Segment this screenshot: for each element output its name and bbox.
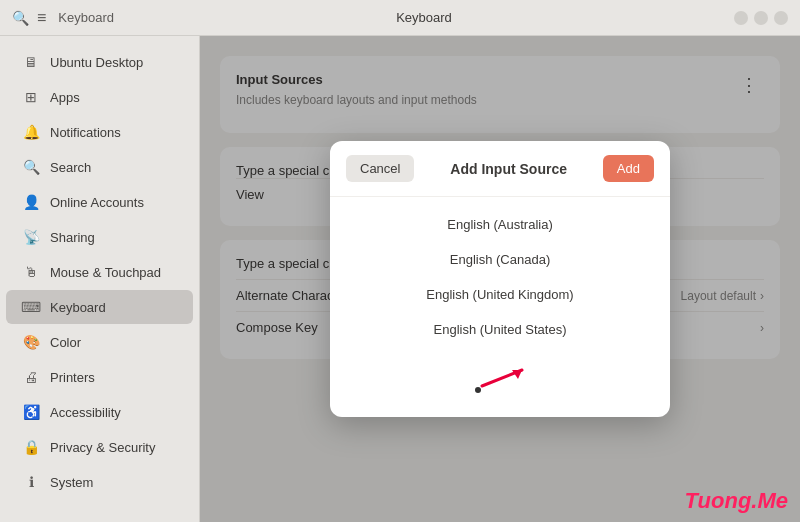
- sidebar-item-color[interactable]: 🎨 Color: [6, 325, 193, 359]
- sidebar-item-label: Accessibility: [50, 405, 121, 420]
- window-title: Keyboard: [114, 10, 734, 25]
- keyboard-icon: ⌨: [22, 298, 40, 316]
- dialog-header: Cancel Add Input Source Add: [330, 141, 670, 197]
- sidebar-item-keyboard[interactable]: ⌨ Keyboard: [6, 290, 193, 324]
- sidebar-item-label: System: [50, 475, 93, 490]
- arrow-indicator: [460, 362, 540, 412]
- main-layout: 🖥 Ubuntu Desktop ⊞ Apps 🔔 Notifications …: [0, 36, 800, 522]
- sidebar-item-sharing[interactable]: 📡 Sharing: [6, 220, 193, 254]
- system-icon: ℹ: [22, 473, 40, 491]
- close-button[interactable]: ✕: [774, 11, 788, 25]
- sidebar-item-label: Apps: [50, 90, 80, 105]
- sidebar-item-privacy-security[interactable]: 🔒 Privacy & Security: [6, 430, 193, 464]
- window-controls: ─ □ ✕: [734, 11, 788, 25]
- sidebar-item-label: Ubuntu Desktop: [50, 55, 143, 70]
- accessibility-icon: ♿: [22, 403, 40, 421]
- notifications-icon: 🔔: [22, 123, 40, 141]
- printers-icon: 🖨: [22, 368, 40, 386]
- dialog-title: Add Input Source: [450, 161, 567, 177]
- color-icon: 🎨: [22, 333, 40, 351]
- dialog-add-button[interactable]: Add: [603, 155, 654, 182]
- titlebar-app-label: Keyboard: [58, 10, 114, 25]
- search-sidebar-icon: 🔍: [22, 158, 40, 176]
- list-item[interactable]: English (United States): [330, 312, 670, 347]
- list-item[interactable]: English (Canada): [330, 242, 670, 277]
- sidebar-item-notifications[interactable]: 🔔 Notifications: [6, 115, 193, 149]
- sidebar: 🖥 Ubuntu Desktop ⊞ Apps 🔔 Notifications …: [0, 36, 200, 522]
- sidebar-item-label: Mouse & Touchpad: [50, 265, 161, 280]
- privacy-icon: 🔒: [22, 438, 40, 456]
- ubuntu-desktop-icon: 🖥: [22, 53, 40, 71]
- maximize-button[interactable]: □: [754, 11, 768, 25]
- dialog-cancel-button[interactable]: Cancel: [346, 155, 414, 182]
- list-item[interactable]: English (United Kingdom): [330, 277, 670, 312]
- sidebar-item-label: Sharing: [50, 230, 95, 245]
- sidebar-item-label: Keyboard: [50, 300, 106, 315]
- dialog-list: English (Australia) English (Canada) Eng…: [330, 197, 670, 357]
- mouse-touchpad-icon: 🖱: [22, 263, 40, 281]
- sidebar-item-search[interactable]: 🔍 Search: [6, 150, 193, 184]
- minimize-button[interactable]: ─: [734, 11, 748, 25]
- titlebar: 🔍 ≡ Keyboard Keyboard ─ □ ✕: [0, 0, 800, 36]
- sidebar-item-label: Privacy & Security: [50, 440, 155, 455]
- menu-icon[interactable]: ≡: [37, 9, 46, 27]
- list-item[interactable]: English (Australia): [330, 207, 670, 242]
- sidebar-item-label: Printers: [50, 370, 95, 385]
- dialog-overlay: Cancel Add Input Source Add English (Aus…: [200, 36, 800, 522]
- search-icon[interactable]: 🔍: [12, 10, 29, 26]
- content-area: Input Sources Includes keyboard layouts …: [200, 36, 800, 522]
- apps-icon: ⊞: [22, 88, 40, 106]
- add-input-source-dialog: Cancel Add Input Source Add English (Aus…: [330, 141, 670, 417]
- sidebar-item-label: Online Accounts: [50, 195, 144, 210]
- sidebar-item-online-accounts[interactable]: 👤 Online Accounts: [6, 185, 193, 219]
- sidebar-item-ubuntu-desktop[interactable]: 🖥 Ubuntu Desktop: [6, 45, 193, 79]
- sidebar-item-label: Search: [50, 160, 91, 175]
- sidebar-item-accessibility[interactable]: ♿ Accessibility: [6, 395, 193, 429]
- sidebar-item-mouse-touchpad[interactable]: 🖱 Mouse & Touchpad: [6, 255, 193, 289]
- sidebar-item-system[interactable]: ℹ System: [6, 465, 193, 499]
- sidebar-item-label: Notifications: [50, 125, 121, 140]
- sidebar-item-printers[interactable]: 🖨 Printers: [6, 360, 193, 394]
- svg-point-0: [475, 387, 481, 393]
- sidebar-item-label: Color: [50, 335, 81, 350]
- sidebar-item-apps[interactable]: ⊞ Apps: [6, 80, 193, 114]
- online-accounts-icon: 👤: [22, 193, 40, 211]
- sharing-icon: 📡: [22, 228, 40, 246]
